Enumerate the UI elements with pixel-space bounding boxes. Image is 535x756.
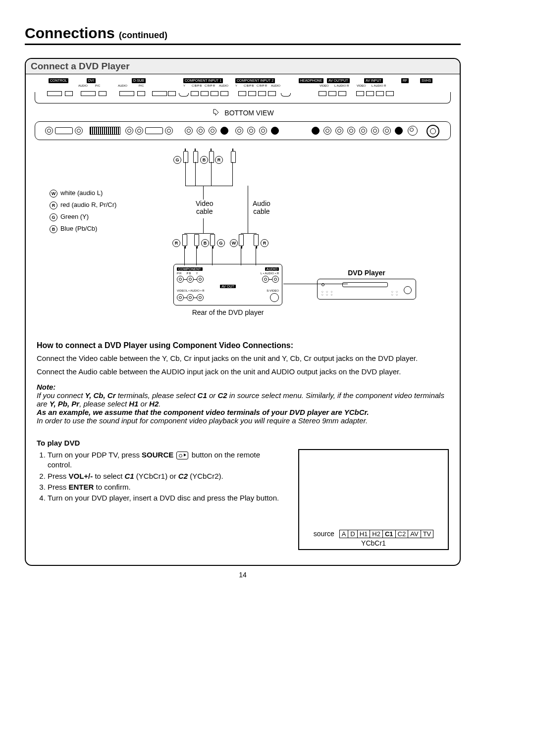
source-cell: TV — [421, 530, 433, 538]
rca-pr-icon — [177, 276, 184, 283]
tag-g2: G — [217, 239, 225, 247]
tag-b2: B — [201, 239, 209, 247]
label-comp1: COMPONENT INPUT 1 — [183, 78, 223, 83]
note-body: If you connect Y, Cb, Cr terminals, plea… — [37, 391, 449, 425]
main-panel: Connect a DVD Player CONTROL DVI AUDIO P… — [25, 58, 461, 566]
hand-pointer-icon — [212, 108, 221, 118]
svideo-icon — [270, 293, 279, 302]
label-pc: P/C — [95, 84, 100, 87]
rear-caption: Rear of the DVD player — [173, 308, 282, 316]
play-step-3: Press ENTER to confirm. — [48, 482, 283, 492]
rca-video-icon — [177, 294, 184, 301]
rear-audio-label: AUDIO — [265, 267, 279, 271]
osd-source-line: source A D H1 H2 C1 C2 AV TV — [299, 530, 448, 538]
source-cell: H1 — [358, 530, 371, 538]
top-connector-labels: CONTROL DVI AUDIO P/C D-SUB AUDIO P/C CO… — [35, 78, 451, 92]
rear-avout-label: AV OUT — [220, 285, 236, 288]
tag-r: R — [215, 156, 223, 164]
label-audio: AUDIO — [78, 84, 88, 87]
rca-al-icon — [187, 294, 194, 301]
tag-w2: W — [230, 239, 238, 247]
play-step-4: Turn on your DVD player, insert a DVD di… — [48, 493, 283, 503]
rca-l-icon — [262, 276, 269, 283]
label-comp2: COMPONENT INPUT 2 — [235, 78, 275, 83]
rca-ar-icon — [197, 294, 204, 301]
legend-red: red (audio R, Pr/Cr) — [60, 201, 116, 208]
source-cell: AV — [408, 530, 421, 538]
tag-r-icon: R — [50, 202, 57, 209]
source-button-icon — [176, 452, 188, 459]
bottom-view-label: BOTTOM VIEW — [35, 108, 451, 118]
dvd-rear: COMPONENT AUDIO P R P B Y L • AUDIO • R — [173, 264, 282, 316]
rca-y-icon — [197, 276, 204, 283]
page-number: 14 — [25, 571, 461, 579]
howto-heading: How to connect a DVD Player using Compon… — [37, 341, 449, 350]
source-cell: H2 — [370, 530, 383, 538]
tag-g-icon: G — [50, 213, 57, 221]
play-step-2: Press VOL+/- to select C1 (YCbCr1) or C2… — [48, 471, 283, 481]
label-control: CONTROL — [49, 78, 68, 83]
diagram: CONTROL DVI AUDIO P/C D-SUB AUDIO P/C CO… — [26, 74, 460, 328]
howto-p1: Connect the Video cable between the Y, C… — [37, 354, 449, 362]
jack-panel — [35, 121, 451, 140]
tag-g: G — [173, 156, 181, 164]
source-cell: D — [348, 530, 357, 538]
legend-blue: Blue (Pb/Cb) — [60, 225, 97, 232]
label-headphone: HEADPHONE — [299, 78, 323, 83]
dvd-player-illustration: DVD Player ○ ○ ○○ ○ ○ ○ ○○ ○ — [317, 269, 416, 300]
source-cell: C2 — [396, 530, 409, 538]
source-cell-selected: C1 — [383, 530, 396, 538]
tag-b-icon: B — [50, 225, 57, 233]
osd-sub: YCbCr1 — [299, 539, 448, 547]
play-heading: To play DVD — [37, 439, 449, 447]
play-step-1: Turn on your PDP TV, press SOURCE button… — [48, 450, 283, 470]
rca-r-icon — [272, 276, 279, 283]
legend-white: white (audio L) — [60, 189, 103, 197]
legend-green: Green (Y) — [60, 213, 89, 220]
label-dvi: DVI — [87, 78, 96, 83]
source-cells: A D H1 H2 C1 C2 AV TV — [339, 530, 434, 538]
label-pc2: P/C — [139, 84, 144, 87]
title-rule — [25, 44, 461, 45]
label-avout: AV OUTPUT — [327, 78, 350, 83]
label-dsub: D-SUB — [132, 78, 146, 83]
page-title: Connections (continued) — [25, 25, 461, 42]
tag-r2: R — [172, 239, 180, 247]
instructions: How to connect a DVD Player using Compon… — [26, 328, 460, 550]
dvd-player-label: DVD Player — [317, 269, 416, 277]
audio-cable-label: Audio cable — [253, 200, 270, 215]
label-svhs: SVHS — [420, 78, 432, 83]
tag-r3: R — [261, 239, 268, 247]
label-rf: RF — [401, 78, 409, 83]
tag-w-icon: W — [50, 190, 57, 198]
label-avin: AV INPUT — [364, 78, 383, 83]
tag-b: B — [200, 156, 208, 164]
top-port-strip — [35, 92, 451, 103]
note-heading: Note: — [37, 383, 449, 391]
cable-diagram: G B R Wwhite (audio L) Rred (audio R, Pr… — [35, 160, 451, 328]
howto-p2: Connect the Audio cable between the AUDI… — [37, 367, 449, 376]
rca-pb-icon — [187, 276, 194, 283]
color-legend: Wwhite (audio L) Rred (audio R, Pr/Cr) G… — [50, 187, 116, 235]
source-cell: A — [340, 530, 349, 538]
panel-title: Connect a DVD Player — [26, 59, 460, 74]
rear-component-label: COMPONENT — [177, 267, 203, 271]
osd-screen: source A D H1 H2 C1 C2 AV TV YCbCr1 — [298, 449, 449, 550]
video-cable-label: Video cable — [196, 200, 214, 215]
label-audio2: AUDIO — [118, 84, 127, 87]
play-steps: Turn on your PDP TV, press SOURCE button… — [37, 450, 283, 503]
